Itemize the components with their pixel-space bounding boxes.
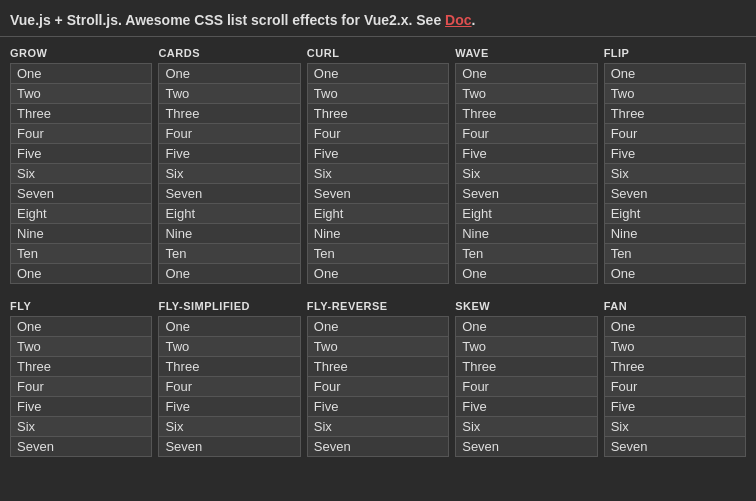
list-item: One xyxy=(308,264,448,283)
list-item: Four xyxy=(308,124,448,144)
list-item: Six xyxy=(159,164,299,184)
section-flip: FLIPOneTwoThreeFourFiveSixSevenEightNine… xyxy=(604,47,746,284)
section-grow: GROWOneTwoThreeFourFiveSixSevenEightNine… xyxy=(10,47,152,284)
list-item: Three xyxy=(456,104,596,124)
list-item: Six xyxy=(308,164,448,184)
list-item: Five xyxy=(605,397,745,417)
list-item: Five xyxy=(11,144,151,164)
list-item: Eight xyxy=(456,204,596,224)
doc-link[interactable]: Doc xyxy=(445,12,471,28)
list-item: One xyxy=(456,64,596,84)
list-item: Seven xyxy=(159,184,299,204)
section-fly-reverse: FLY-REVERSEOneTwoThreeFourFiveSixSeven xyxy=(307,300,449,457)
list-item: Nine xyxy=(159,224,299,244)
section-skew: SKEWOneTwoThreeFourFiveSixSeven xyxy=(455,300,597,457)
list-item: Ten xyxy=(159,244,299,264)
list-container-skew: OneTwoThreeFourFiveSixSeven xyxy=(455,316,597,457)
list-item: Seven xyxy=(11,184,151,204)
list-item: Two xyxy=(159,337,299,357)
list-item: Six xyxy=(605,417,745,437)
list-item: Five xyxy=(308,397,448,417)
list-item: Two xyxy=(11,84,151,104)
section-fan: FANOneTwoThreeFourFiveSixSeven xyxy=(604,300,746,457)
list-item: Six xyxy=(159,417,299,437)
list-item: Nine xyxy=(605,224,745,244)
list-item: Three xyxy=(456,357,596,377)
sections-container: GROWOneTwoThreeFourFiveSixSevenEightNine… xyxy=(10,47,746,457)
list-container-grow: OneTwoThreeFourFiveSixSevenEightNineTenO… xyxy=(10,63,152,284)
list-item: Eight xyxy=(11,204,151,224)
list-item: Four xyxy=(605,124,745,144)
list-item: Five xyxy=(11,397,151,417)
list-item: Three xyxy=(605,357,745,377)
list-item: One xyxy=(11,264,151,283)
section-wave: WAVEOneTwoThreeFourFiveSixSevenEightNine… xyxy=(455,47,597,284)
list-item: Two xyxy=(159,84,299,104)
list-item: Five xyxy=(605,144,745,164)
list-item: Two xyxy=(11,337,151,357)
header-text: Vue.js + Stroll.js. Awesome CSS list scr… xyxy=(10,12,445,28)
list-item: Three xyxy=(605,104,745,124)
section-cards: CARDSOneTwoThreeFourFiveSixSevenEightNin… xyxy=(158,47,300,284)
list-container-wave: OneTwoThreeFourFiveSixSevenEightNineTenO… xyxy=(455,63,597,284)
list-item: Seven xyxy=(605,437,745,456)
list-item: Eight xyxy=(308,204,448,224)
list-item: Five xyxy=(456,144,596,164)
list-item: One xyxy=(456,264,596,283)
list-item: Four xyxy=(456,124,596,144)
list-item: Two xyxy=(308,337,448,357)
list-item: Six xyxy=(456,164,596,184)
section-title-wave: WAVE xyxy=(455,47,597,59)
list-item: Six xyxy=(11,164,151,184)
main-content: GROWOneTwoThreeFourFiveSixSevenEightNine… xyxy=(0,37,756,467)
sections-row-1: FLYOneTwoThreeFourFiveSixSevenFLY-SIMPLI… xyxy=(10,300,746,457)
section-title-cards: CARDS xyxy=(158,47,300,59)
list-item: One xyxy=(11,64,151,84)
list-container-curl: OneTwoThreeFourFiveSixSevenEightNineTenO… xyxy=(307,63,449,284)
list-item: Two xyxy=(605,84,745,104)
page-header: Vue.js + Stroll.js. Awesome CSS list scr… xyxy=(0,0,756,37)
list-item: Three xyxy=(159,104,299,124)
list-item: Three xyxy=(11,104,151,124)
section-title-fly-simplified: FLY-SIMPLIFIED xyxy=(158,300,300,312)
list-item: One xyxy=(308,64,448,84)
section-title-fan: FAN xyxy=(604,300,746,312)
list-item: Four xyxy=(605,377,745,397)
list-item: Three xyxy=(308,357,448,377)
section-title-skew: SKEW xyxy=(455,300,597,312)
list-item: Five xyxy=(159,397,299,417)
list-item: One xyxy=(456,317,596,337)
list-item: Nine xyxy=(11,224,151,244)
list-item: One xyxy=(159,317,299,337)
list-item: Six xyxy=(605,164,745,184)
list-item: Ten xyxy=(456,244,596,264)
list-item: One xyxy=(605,264,745,283)
list-item: Nine xyxy=(308,224,448,244)
list-item: Four xyxy=(308,377,448,397)
list-item: One xyxy=(308,317,448,337)
list-item: Seven xyxy=(159,437,299,456)
list-container-fly-reverse: OneTwoThreeFourFiveSixSeven xyxy=(307,316,449,457)
list-item: Seven xyxy=(456,184,596,204)
list-item: One xyxy=(11,317,151,337)
list-container-flip: OneTwoThreeFourFiveSixSevenEightNineTenO… xyxy=(604,63,746,284)
list-item: Three xyxy=(159,357,299,377)
list-item: Four xyxy=(456,377,596,397)
list-item: Nine xyxy=(456,224,596,244)
section-fly-simplified: FLY-SIMPLIFIEDOneTwoThreeFourFiveSixSeve… xyxy=(158,300,300,457)
section-title-fly: FLY xyxy=(10,300,152,312)
section-fly: FLYOneTwoThreeFourFiveSixSeven xyxy=(10,300,152,457)
list-item: Two xyxy=(456,84,596,104)
list-container-fan: OneTwoThreeFourFiveSixSeven xyxy=(604,316,746,457)
section-title-grow: GROW xyxy=(10,47,152,59)
list-item: One xyxy=(159,264,299,283)
list-item: Seven xyxy=(308,437,448,456)
list-item: Seven xyxy=(308,184,448,204)
list-item: One xyxy=(605,64,745,84)
list-item: Four xyxy=(11,377,151,397)
list-item: Four xyxy=(11,124,151,144)
sections-row-0: GROWOneTwoThreeFourFiveSixSevenEightNine… xyxy=(10,47,746,284)
list-item: Seven xyxy=(456,437,596,456)
list-item: Two xyxy=(456,337,596,357)
list-item: Four xyxy=(159,124,299,144)
